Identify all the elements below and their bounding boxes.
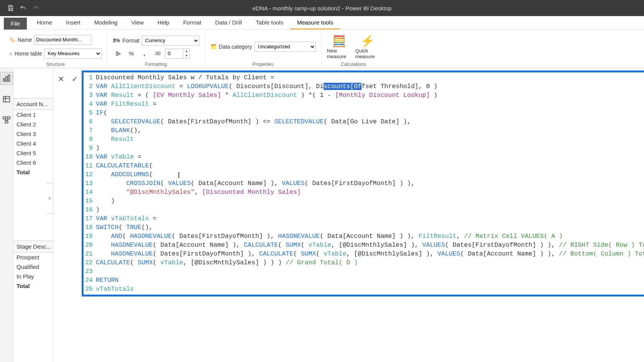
- account-row[interactable]: Client 5: [13, 148, 53, 158]
- code-line[interactable]: 11CALCULATETABLE(: [84, 161, 644, 170]
- code-line[interactable]: 2VAR AllClientDiscount = LOOKUPVALUE( Di…: [84, 82, 644, 91]
- line-number: 8: [84, 135, 96, 144]
- code-line[interactable]: 24RETURN: [84, 276, 644, 285]
- line-number: 1: [84, 73, 96, 82]
- code-line[interactable]: 14 "@DiscMnthlySales", [Discounted Month…: [84, 188, 644, 197]
- decimals-down[interactable]: ▼: [183, 54, 189, 58]
- model-view-icon[interactable]: [0, 113, 13, 126]
- quick-measure-button[interactable]: ⚡ Quick measure: [355, 34, 380, 59]
- line-number: 7: [84, 126, 96, 135]
- cancel-formula-button[interactable]: ✕: [56, 74, 66, 84]
- code-line[interactable]: 23: [84, 267, 644, 276]
- data-category-select[interactable]: Uncategorized: [255, 42, 316, 52]
- code-line[interactable]: 12 ADDCOLUMNS(: [84, 170, 644, 179]
- view-rail: [0, 68, 13, 362]
- stage-row[interactable]: In Play: [13, 272, 53, 281]
- svg-rect-9: [7, 117, 10, 119]
- tab-home[interactable]: Home: [30, 16, 59, 29]
- tab-view[interactable]: View: [125, 16, 151, 29]
- code-line[interactable]: 15 ): [84, 197, 644, 205]
- thousands-button[interactable]: ,: [139, 49, 150, 59]
- account-row[interactable]: Client 6: [13, 158, 53, 167]
- collapse-handle[interactable]: <: [46, 183, 53, 214]
- format-select[interactable]: Currency: [142, 36, 199, 46]
- home-table-label: Home table: [15, 51, 42, 57]
- calculations-group-label: Calculations: [341, 62, 366, 68]
- dax-editor[interactable]: 1Discounted Monthly Sales w / Totals by …: [82, 70, 644, 296]
- code-line[interactable]: 7 BLANK(),: [84, 126, 644, 135]
- tab-table-tools[interactable]: Table tools: [249, 16, 290, 29]
- formula-editor-wrap: ✕ ✓ 1Discounted Monthly Sales w / Totals…: [53, 68, 644, 362]
- line-number: 10: [84, 152, 96, 161]
- decimals-stepper[interactable]: ▲▼: [165, 49, 190, 59]
- line-number: 16: [84, 205, 96, 214]
- line-number: 24: [84, 276, 96, 285]
- title-bar: eDNA - monthly ramp-up solution2 - Power…: [0, 0, 644, 16]
- new-measure-button[interactable]: 🧮 New measure: [327, 34, 352, 59]
- code-line[interactable]: 3VAR Result = ( [EV Monthly Sales] * All…: [84, 91, 644, 100]
- measure-name-input[interactable]: [34, 35, 92, 45]
- code-line[interactable]: 1Discounted Monthly Sales w / Totals by …: [84, 73, 644, 82]
- stage-row[interactable]: Prospect: [13, 252, 53, 262]
- tab-insert[interactable]: Insert: [59, 16, 87, 29]
- code-line[interactable]: 8 Result: [84, 135, 644, 144]
- undo-icon[interactable]: [17, 2, 29, 14]
- decimals-up[interactable]: ▲: [183, 49, 189, 54]
- code-line[interactable]: 21 HASONEVALUE( Dates[FirstDayofMonth] )…: [84, 249, 644, 258]
- data-view-icon[interactable]: [0, 93, 13, 106]
- code-line[interactable]: 20 HASONEVALUE( Data[Account Name] ), CA…: [84, 241, 644, 249]
- code-line[interactable]: 5IF(: [84, 108, 644, 117]
- side-panel: Account N... Client 1Client 2Client 3Cli…: [13, 68, 53, 362]
- report-view-icon[interactable]: [0, 72, 13, 85]
- ribbon-group-calculations: 🧮 New measure ⚡ Quick measure Calculatio…: [322, 31, 385, 68]
- ribbon-group-formatting: $% Format Currency $▾ % , .00 ▲▼ Formatt…: [107, 31, 205, 68]
- code-line[interactable]: 18SWITCH( TRUE(),: [84, 223, 644, 232]
- line-number: 5: [84, 108, 96, 117]
- code-line[interactable]: 6 SELECTEDVALUE( Dates[FirstDayofMonth] …: [84, 117, 644, 126]
- accounts-total: Total: [13, 167, 53, 177]
- decimal-button[interactable]: .00: [152, 49, 163, 59]
- code-line[interactable]: 10VAR vTable =: [84, 152, 644, 161]
- account-row[interactable]: Client 3: [13, 129, 53, 139]
- tab-modeling[interactable]: Modeling: [87, 16, 125, 29]
- redo-icon[interactable]: [29, 2, 41, 14]
- svg-rect-8: [3, 117, 6, 119]
- window-title: eDNA - monthly ramp-up solution2 - Power…: [0, 5, 644, 11]
- svg-rect-0: [10, 5, 12, 7]
- home-table-select[interactable]: Key Measures: [44, 49, 102, 59]
- calculator-icon: 🧮: [332, 34, 346, 48]
- file-tab[interactable]: File: [4, 18, 27, 29]
- line-number: 14: [84, 188, 96, 197]
- line-number: 11: [84, 161, 96, 170]
- account-row[interactable]: Client 2: [13, 120, 53, 129]
- code-line[interactable]: 16): [84, 205, 644, 214]
- ribbon-tabs: File HomeInsertModelingViewHelpFormatDat…: [0, 16, 644, 30]
- account-row[interactable]: Client 1: [13, 110, 53, 120]
- svg-rect-1: [10, 8, 12, 10]
- svg-rect-2: [3, 79, 5, 81]
- line-number: 2: [84, 82, 96, 91]
- save-icon[interactable]: [5, 2, 17, 14]
- tab-help[interactable]: Help: [151, 16, 176, 29]
- structure-group-label: Structure: [46, 62, 65, 68]
- tab-format[interactable]: Format: [176, 16, 209, 29]
- tab-data-drill[interactable]: Data / Drill: [208, 16, 249, 29]
- properties-group-label: Properties: [253, 62, 274, 68]
- commit-formula-button[interactable]: ✓: [69, 74, 80, 84]
- code-line[interactable]: 9): [84, 144, 644, 152]
- formatting-group-label: Formatting: [145, 62, 167, 68]
- decimals-input[interactable]: [165, 49, 183, 58]
- percent-button[interactable]: %: [126, 49, 136, 59]
- code-line[interactable]: 22CALCULATE( SUMX( vTable, [@DiscMnthlyS…: [84, 258, 644, 267]
- tab-measure-tools[interactable]: Measure tools: [290, 16, 340, 29]
- currency-button[interactable]: $▾: [113, 49, 123, 59]
- account-row[interactable]: Client 4: [13, 139, 53, 148]
- code-line[interactable]: 17VAR vTabTotals =: [84, 214, 644, 223]
- data-category-icon: 🗂️: [210, 44, 217, 49]
- code-line[interactable]: 13 CROSSJOIN( VALUES( Data[Account Name]…: [84, 179, 644, 188]
- code-line[interactable]: 19 AND( HASONEVALUE( Dates[FirstDayofMon…: [84, 232, 644, 241]
- stage-row[interactable]: Qualified: [13, 262, 53, 272]
- code-line[interactable]: 4VAR FiltResult =: [84, 100, 644, 108]
- code-line[interactable]: 25vTabTotals: [84, 285, 644, 293]
- line-number: 17: [84, 214, 96, 223]
